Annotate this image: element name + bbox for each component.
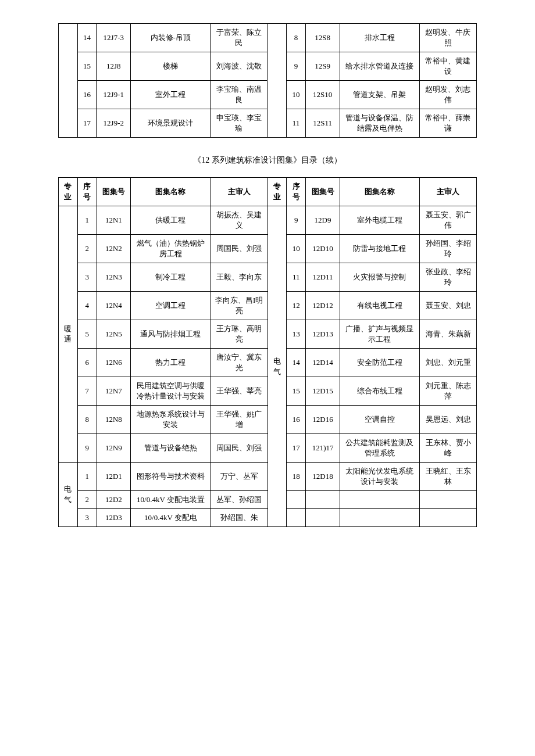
cell-seq: 14 xyxy=(77,24,97,52)
cell-seq: 11 xyxy=(287,109,306,138)
cell-reviewer: 周国民、刘强 xyxy=(211,235,268,263)
cell-code xyxy=(306,491,340,509)
cell-reviewer: 刘海波、沈敬 xyxy=(211,52,268,81)
cell-reviewer: 刘忠、刘元重 xyxy=(420,349,477,377)
table-row: 电气112D1图形符号与技术资料万宁、丛军1812D18太阳能光伏发电系统设计与… xyxy=(59,463,477,491)
cell-code: 12D2 xyxy=(97,491,131,509)
cell-code: 12N6 xyxy=(97,349,131,377)
cell-code: 12N7 xyxy=(97,377,131,406)
cell-name: 排水工程 xyxy=(340,24,419,52)
cell-reviewer: 王晓红、王东林 xyxy=(420,463,477,491)
table-row: 512N5通风与防排烟工程王方琳、高明亮1312D13广播、扩声与视频显示工程海… xyxy=(59,320,477,349)
cell-seq: 11 xyxy=(287,263,306,292)
cell-seq: 15 xyxy=(77,52,97,81)
cell-name: 管道支架、吊架 xyxy=(340,81,419,109)
cell-seq: 9 xyxy=(287,206,306,235)
cell-code: 12N3 xyxy=(97,263,131,292)
cell-code: 12S11 xyxy=(305,109,340,138)
cell-name: 空调自控 xyxy=(340,406,419,434)
cell-code: 12S10 xyxy=(305,81,340,109)
table-row: 暖通112N1供暖工程胡振杰、吴建义电气912D9室外电缆工程聂玉安、郭广伟 xyxy=(59,206,477,235)
header-specialty-right: 专业 xyxy=(268,178,287,206)
specialty-cell-empty-left xyxy=(59,24,78,138)
cell-name xyxy=(340,509,419,527)
table-row: 812N8地源热泵系统设计与安装王华强、姚广增1612D16空调自控吴恩远、刘忠 xyxy=(59,406,477,434)
top-table: 1412J7-3内装修-吊顶于富荣、陈立民812S8排水工程赵明发、牛庆照151… xyxy=(58,23,477,138)
cell-code: 12D3 xyxy=(97,509,131,527)
cell-code: 12D14 xyxy=(306,349,340,377)
cell-code: 12J9-1 xyxy=(97,81,131,109)
header-name-right: 图集名称 xyxy=(340,178,419,206)
cell-name: 管道与设备绝热 xyxy=(131,434,211,463)
specialty-cell: 电气 xyxy=(59,463,78,527)
table-row: 212N2燃气（油）供热锅炉房工程周国民、刘强1012D10防雷与接地工程孙绍国… xyxy=(59,235,477,263)
cell-reviewer: 李向东、昌I明亮 xyxy=(211,292,268,320)
table-row: 1412J7-3内装修-吊顶于富荣、陈立民812S8排水工程赵明发、牛庆照 xyxy=(59,24,477,52)
cell-seq: 17 xyxy=(77,109,97,138)
cell-reviewer: 聂玉安、刘忠 xyxy=(420,292,477,320)
cell-seq: 3 xyxy=(77,263,97,292)
cell-reviewer: 海青、朱藕新 xyxy=(420,320,477,349)
header-reviewer-right: 主审人 xyxy=(420,178,477,206)
section-title: 《12 系列建筑标准设计图集》目录（续） xyxy=(58,155,477,166)
cell-seq: 6 xyxy=(77,349,97,377)
cell-reviewer: 周国民、刘强 xyxy=(211,434,268,463)
cell-name: 室外电缆工程 xyxy=(340,206,419,235)
cell-reviewer: 申宝瑛、李宝瑜 xyxy=(211,109,268,138)
cell-name: 太阳能光伏发电系统设计与安装 xyxy=(340,463,419,491)
cell-seq: 18 xyxy=(287,463,306,491)
header-code-left: 图集号 xyxy=(97,178,131,206)
specialty-cell: 暖通 xyxy=(59,206,78,463)
cell-reviewer: 丛军、孙绍国 xyxy=(211,491,268,509)
cell-code: 12J7-3 xyxy=(97,24,131,52)
cell-reviewer: 万宁、丛军 xyxy=(211,463,268,491)
cell-reviewer: 张业政、李绍玲 xyxy=(420,263,477,292)
table-row: 912N9管道与设备绝热周国民、刘强17121)17公共建筑能耗监测及管理系统王… xyxy=(59,434,477,463)
cell-name: 燃气（油）供热锅炉房工程 xyxy=(131,235,211,263)
cell-code: 12N9 xyxy=(97,434,131,463)
table-row: 312D310/0.4kV 变配电孙绍国、朱 xyxy=(59,509,477,527)
cell-name: 管道与设备保温、防结露及电伴热 xyxy=(340,109,419,138)
specialty-cell-empty-right xyxy=(268,24,287,138)
table-row: 712N7民用建筑空调与供暖冷热计量设计与安装王华强、莘亮1512D15综合布线… xyxy=(59,377,477,406)
cell-name: 通风与防排烟工程 xyxy=(131,320,211,349)
table-row: 212D210/0.4kV 变配电装置丛军、孙绍国 xyxy=(59,491,477,509)
cell-seq: 9 xyxy=(287,52,306,81)
cell-reviewer: 王东林、贾小峰 xyxy=(420,434,477,463)
cell-name: 公共建筑能耗监测及管理系统 xyxy=(340,434,419,463)
cell-reviewer: 唐汝宁、冀东光 xyxy=(211,349,268,377)
cell-reviewer: 赵明发、牛庆照 xyxy=(419,24,476,52)
cell-seq xyxy=(287,491,306,509)
cell-code: 12D18 xyxy=(306,463,340,491)
cell-code: 12D11 xyxy=(306,263,340,292)
specialty-cell: 电气 xyxy=(268,206,287,527)
cell-seq: 8 xyxy=(77,406,97,434)
cell-reviewer: 于富荣、陈立民 xyxy=(211,24,268,52)
cell-reviewer: 常裕中、薛崇谦 xyxy=(419,109,476,138)
cell-code xyxy=(306,509,340,527)
cell-name: 民用建筑空调与供暖冷热计量设计与安装 xyxy=(131,377,211,406)
cell-seq: 14 xyxy=(287,349,306,377)
cell-name: 地源热泵系统设计与安装 xyxy=(131,406,211,434)
cell-code: 12N4 xyxy=(97,292,131,320)
cell-name xyxy=(340,491,419,509)
cell-reviewer xyxy=(420,509,477,527)
cell-reviewer: 赵明发、刘志伟 xyxy=(419,81,476,109)
cell-reviewer: 吴恩远、刘忠 xyxy=(420,406,477,434)
cell-name: 有线电视工程 xyxy=(340,292,419,320)
cell-reviewer: 刘元重、陈志萍 xyxy=(420,377,477,406)
cell-code: 12J8 xyxy=(97,52,131,81)
cell-reviewer: 聂玉安、郭广伟 xyxy=(420,206,477,235)
cell-seq xyxy=(287,509,306,527)
cell-name: 楼梯 xyxy=(131,52,211,81)
cell-code: 12S9 xyxy=(305,52,340,81)
cell-seq: 2 xyxy=(77,235,97,263)
cell-seq: 5 xyxy=(77,320,97,349)
cell-code: 121)17 xyxy=(306,434,340,463)
cell-name: 图形符号与技术资料 xyxy=(131,463,211,491)
cell-reviewer: 王华强、莘亮 xyxy=(211,377,268,406)
cell-name: 热力工程 xyxy=(131,349,211,377)
cell-name: 火灾报警与控制 xyxy=(340,263,419,292)
cell-name: 安全防范工程 xyxy=(340,349,419,377)
cell-name: 综合布线工程 xyxy=(340,377,419,406)
